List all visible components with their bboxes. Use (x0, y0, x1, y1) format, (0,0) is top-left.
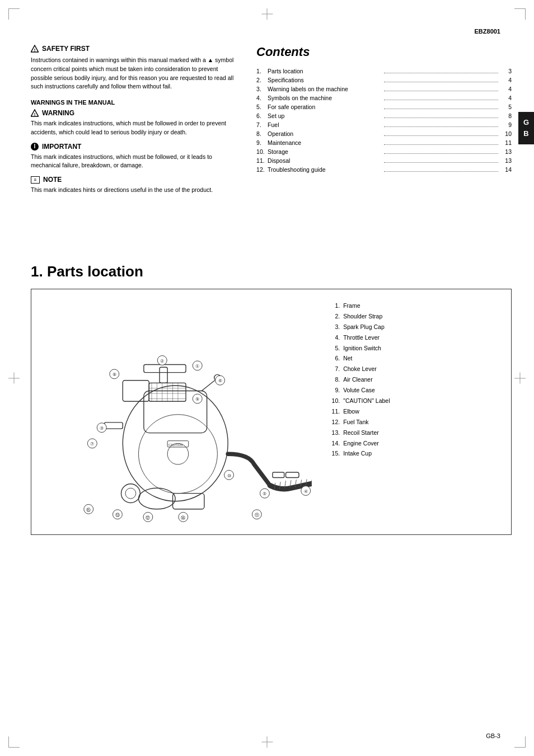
toc-dots-6 (384, 118, 498, 118)
legend-item-7: 7. Choke Lever (327, 364, 503, 374)
machine-illustration: CAUTION ① ② ③ (39, 295, 312, 528)
legend-num-6: 6. (327, 353, 340, 364)
legend-item-2: 2. Shoulder Strap (327, 311, 503, 322)
legend-label-12: Fuel Tank (343, 417, 368, 428)
legend-num-1: 1. (327, 300, 340, 311)
toc-dots-1 (384, 73, 498, 73)
toc-dots-10 (384, 153, 498, 154)
legend-item-5: 5. Ignition Switch (327, 343, 503, 354)
toc-row-1: 1. Parts location 3 (256, 68, 512, 75)
svg-rect-21 (144, 364, 186, 372)
corner-mark-tl (8, 8, 20, 20)
diagram-legend: 1. Frame 2. Shoulder Strap 3. Spark Plug… (319, 289, 511, 534)
legend-item-10: 10. "CAUTION" Label (327, 396, 503, 406)
legend-label-3: Spark Plug Cap (343, 322, 385, 332)
legend-item-1: 1. Frame (327, 300, 503, 311)
toc-dots-2 (384, 82, 498, 82)
toc-row-7: 7. Fuel 9 (256, 121, 512, 129)
toc-dots-4 (384, 100, 498, 100)
svg-text:⑪: ⑪ (255, 512, 259, 518)
important-text: This mark indicates instructions, which … (31, 153, 240, 171)
toc-num-11: 11. (256, 157, 268, 164)
svg-rect-40 (273, 472, 284, 477)
legend-num-2: 2. (327, 311, 340, 322)
legend-item-9: 9. Volute Case (327, 385, 503, 396)
toc-num-1: 1. (256, 68, 268, 74)
toc-row-12: 12. Troubleshooting guide 14 (256, 166, 512, 173)
toc-row-2: 2. Specifications 4 (256, 77, 512, 84)
toc-page-12: 14 (500, 166, 512, 173)
toc-num-7: 7. (256, 121, 268, 128)
toc-row-11: 11. Disposal 13 (256, 157, 512, 165)
toc-row-5: 5. For safe operation 5 (256, 104, 512, 111)
toc-text-5: For safe operation (268, 104, 382, 110)
legend-label-8: Air Cleaner (343, 374, 373, 385)
main-content: ! SAFETY FIRST Instructions contained in… (31, 45, 512, 200)
legend-label-11: Elbow (343, 406, 359, 417)
legend-label-2: Shoulder Strap (343, 311, 382, 322)
legend-num-7: 7. (327, 364, 340, 374)
legend-num-12: 12. (327, 417, 340, 428)
svg-rect-6 (123, 381, 149, 402)
toc-dots-3 (384, 91, 498, 91)
sidebar-letter-g: G (523, 118, 529, 128)
toc-num-8: 8. (256, 130, 268, 137)
toc-text-1: Parts location (268, 68, 382, 74)
svg-text:②: ② (160, 358, 164, 364)
crosshair-left (8, 378, 20, 378)
toc-row-10: 10. Storage 13 (256, 148, 512, 156)
legend-item-11: 11. Elbow (327, 406, 503, 417)
svg-text:⑥: ⑥ (218, 378, 222, 383)
legend-num-14: 14. (327, 438, 340, 449)
legend-num-4: 4. (327, 332, 340, 343)
diagram-drawing: CAUTION ① ② ③ (31, 289, 319, 534)
toc-num-12: 12. (256, 166, 268, 173)
svg-text:⑫: ⑫ (146, 515, 150, 520)
important-icon: i (31, 143, 39, 151)
corner-mark-tr (514, 8, 526, 20)
toc-text-11: Disposal (268, 157, 382, 164)
legend-label-13: Recoil Starter (343, 428, 379, 438)
toc-page-5: 5 (500, 104, 512, 110)
two-column-layout: ! SAFETY FIRST Instructions contained in… (31, 45, 512, 200)
toc-table: 1. Parts location 3 2. Specifications 4 … (256, 68, 512, 173)
toc-page-8: 10 (500, 130, 512, 137)
toc-dots-12 (384, 171, 498, 172)
svg-text:CAUTION: CAUTION (168, 443, 182, 447)
toc-num-6: 6. (256, 112, 268, 119)
toc-dots-8 (384, 135, 498, 136)
legend-num-10: 10. (327, 396, 340, 406)
legend-label-14: Engine Cover (343, 438, 379, 449)
legend-item-3: 3. Spark Plug Cap (327, 322, 503, 332)
diagram-box: CAUTION ① ② ③ (31, 289, 512, 535)
contents-title: Contents (256, 45, 512, 59)
page-number: GB-3 (486, 732, 500, 739)
crosshair-top (267, 8, 268, 20)
parts-location-section: 1. Parts location (31, 263, 512, 535)
warning-triangle-icon: ! (31, 109, 39, 117)
toc-text-7: Fuel (268, 121, 382, 128)
legend-label-9: Volute Case (343, 385, 375, 396)
legend-num-3: 3. (327, 322, 340, 332)
svg-point-28 (125, 488, 136, 499)
toc-text-12: Troubleshooting guide (268, 166, 382, 173)
legend-item-6: 6. Net (327, 353, 503, 364)
svg-rect-20 (160, 367, 167, 383)
legend-item-12: 12. Fuel Tank (327, 417, 503, 428)
gb-sidebar: G B (518, 112, 534, 144)
page-header: EBZ8001 (475, 28, 500, 35)
toc-text-4: Symbols on the machine (268, 95, 382, 101)
svg-text:⑤: ⑤ (263, 491, 266, 496)
toc-page-3: 4 (500, 86, 512, 92)
toc-page-7: 9 (500, 121, 512, 128)
legend-item-4: 4. Throttle Lever (327, 332, 503, 343)
toc-num-2: 2. (256, 77, 268, 83)
svg-line-22 (202, 381, 214, 391)
page-footer: GB-3 (486, 732, 500, 739)
legend-label-1: Frame (343, 300, 360, 311)
svg-text:①: ① (195, 363, 199, 369)
toc-text-10: Storage (268, 148, 382, 155)
legend-num-9: 9. (327, 385, 340, 396)
corner-mark-br (514, 736, 526, 748)
svg-rect-24 (104, 422, 123, 429)
